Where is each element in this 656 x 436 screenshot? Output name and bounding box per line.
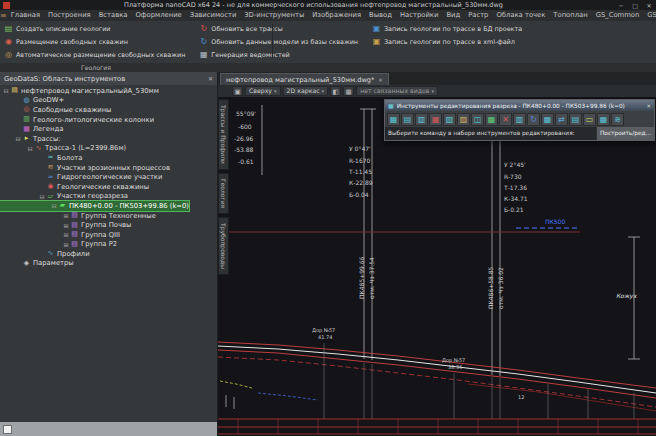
tool-window-close-icon[interactable]: ✕ xyxy=(646,103,651,109)
edit-tool-icon[interactable]: ▦ xyxy=(541,113,554,126)
viewport-views-icon[interactable]: ▦ xyxy=(343,86,354,96)
document-tab[interactable]: нефтепровод магистральный_530мм.dwg* ✕ xyxy=(220,73,389,85)
tree-item[interactable]: ⊞ ▧ Группа Техногенные xyxy=(0,211,217,221)
tree-item[interactable]: ⊟ ▰ ПК480+0.00 - ПК503+99.86 (k=0) xyxy=(0,201,189,211)
tree-item[interactable]: ≈ Гидрогеологические участки xyxy=(0,172,217,182)
ribbon-button-label: Запись геологии по трассе в xml-файл xyxy=(384,38,515,46)
edit-tool-icon[interactable]: ▦ xyxy=(387,113,400,126)
ribbon-button[interactable]: ↻ Обновить данные модели из базы скважин xyxy=(197,35,360,48)
ribbon-tab[interactable]: Вид xyxy=(442,10,464,21)
ribbon-tab[interactable]: 3D-инструменты xyxy=(240,10,308,21)
ribbon-button-label: Размещение свободных скважин xyxy=(16,38,128,46)
close-button[interactable]: ✕ xyxy=(642,2,656,9)
palette-title: GeoDataS: Область инструментов xyxy=(4,75,208,83)
docked-panel-thumb[interactable] xyxy=(3,425,12,434)
ribbon-button[interactable]: ◎ Автоматическое размещение свободных ск… xyxy=(2,48,187,61)
tree-expander-icon[interactable]: ⊞ xyxy=(62,231,70,238)
tree-expander-icon[interactable]: ⊟ xyxy=(14,135,22,142)
tree-item[interactable]: ◈ Параметры xyxy=(0,259,217,269)
tree-item[interactable]: ≈ Болота xyxy=(0,153,217,163)
ribbon-tab[interactable]: Настройки xyxy=(396,10,442,21)
edit-tool-icon[interactable]: ▦ xyxy=(429,113,442,126)
tree-item[interactable]: ∿ Профили xyxy=(0,249,217,259)
tree-expander-icon[interactable]: ⊞ xyxy=(62,241,70,248)
ribbon-tab[interactable]: Изображения xyxy=(308,10,365,21)
visual-style-dropdown[interactable]: 2D каркас ▾ xyxy=(283,86,329,96)
maximize-button[interactable]: □ xyxy=(628,2,642,9)
ribbon-tab[interactable]: Главная xyxy=(7,10,44,21)
tree-expander-icon[interactable]: ⊟ xyxy=(50,202,58,209)
edit-tool-icon[interactable]: ▥ xyxy=(415,113,428,126)
ribbon-button[interactable]: ◉ Размещение свободных скважин xyxy=(2,35,187,48)
edit-tool-icon[interactable]: ▭ xyxy=(583,113,596,126)
tree-item-label: Геологические скважины xyxy=(55,183,149,191)
palette-tree: ⊟ ▤ нефтепровод магистральныйА_530мм ◍ G… xyxy=(0,85,217,422)
tree-item[interactable]: ⊟ ▱ Участки георазреза xyxy=(0,192,217,202)
ribbon-button[interactable]: ▣ Запись геологии по трассе в БД проекта xyxy=(370,22,524,35)
tree-item[interactable]: ◉ Геологические скважины xyxy=(0,182,217,192)
edit-tool-icon[interactable]: ▦ xyxy=(485,113,498,126)
app-menu-icon[interactable]: ≡ xyxy=(0,10,7,21)
ribbon-tab[interactable]: GS_Common xyxy=(592,10,644,21)
tree-item-icon: ▦ xyxy=(22,125,31,134)
edit-tool-icon[interactable]: ▤ xyxy=(401,113,414,126)
ribbon-tab[interactable]: GS_Trace xyxy=(643,10,656,21)
canvas-annotation: ПК485+99.66 xyxy=(359,257,365,299)
tree-expander-icon[interactable]: ⊟ xyxy=(2,87,10,94)
tree-item[interactable]: ⊟ ▤ нефтепровод магистральныйА_530мм xyxy=(0,86,217,96)
edit-tool-icon[interactable]: ▧ xyxy=(443,113,456,126)
document-tab-close-icon[interactable]: ✕ xyxy=(378,77,383,83)
ribbon-tab[interactable]: Вставка xyxy=(95,10,132,21)
ribbon-button[interactable]: ▤ Создать описание геологии xyxy=(2,22,187,35)
viewport-section-icon[interactable]: ◧ xyxy=(330,86,341,96)
tree-item[interactable]: ▥ Геолого-литологические колонки xyxy=(0,115,217,125)
minimize-button[interactable]: ─ xyxy=(614,2,628,9)
edit-tool-icon[interactable]: ▥ xyxy=(513,113,526,126)
tree-item[interactable]: ⊟ ▸ Трассы: xyxy=(0,134,217,144)
ribbon-tab[interactable]: Вывод xyxy=(365,10,396,21)
tree-item[interactable]: ⊟ ∿ Трасса-1 (L=2399.86м) xyxy=(0,144,217,154)
docked-tab[interactable]: Геология xyxy=(218,173,229,214)
edit-tool-icon[interactable]: ⇄ xyxy=(555,113,568,126)
palette-close-icon[interactable]: ✕ xyxy=(208,75,213,82)
docked-tab[interactable]: Трассы и Профили xyxy=(218,99,229,170)
edit-tool-icon[interactable]: ▨ xyxy=(457,113,470,126)
tree-expander-icon[interactable]: ⊞ xyxy=(62,212,70,219)
tree-item[interactable]: ≋ Участки эрозионных процессов xyxy=(0,163,217,173)
tree-item[interactable]: ⊞ ▧ Группа P2 xyxy=(0,240,217,250)
ribbon-button[interactable]: ▣ Запись геологии по трассе в xml-файл xyxy=(370,35,524,48)
tree-item[interactable]: ⊞ ▧ Группа QIII xyxy=(0,230,217,240)
edit-tool-icon[interactable]: ✕ xyxy=(499,113,512,126)
work-area: нефтепровод магистральный_530мм.dwg* ✕ ▣… xyxy=(218,72,656,436)
docked-tab[interactable]: Трубопроводы xyxy=(218,217,229,275)
ribbon-button[interactable]: ▦ Генерация ведомостей xyxy=(197,48,360,61)
tree-expander-icon[interactable]: ⊞ xyxy=(62,222,70,229)
tree-item[interactable]: ◎ Свободные скважины xyxy=(0,105,217,115)
drawing-canvas[interactable]: Трассы и Профили Геология Трубопроводы 5… xyxy=(218,97,656,436)
tree-item[interactable]: ◍ GeoDW+ xyxy=(0,96,217,106)
viewport-grid-icon[interactable]: ▣ xyxy=(232,86,243,96)
ribbon-tab[interactable]: Растр xyxy=(464,10,492,21)
edit-tool-icon[interactable]: ▦ xyxy=(597,113,610,126)
canvas-annotation: 41.74 xyxy=(318,335,332,340)
edit-tool-icon[interactable]: ≋ xyxy=(611,113,624,126)
tree-expander-icon[interactable]: ⊟ xyxy=(38,193,46,200)
ribbon-tab[interactable]: Топоплан xyxy=(549,10,591,21)
view-direction-dropdown[interactable]: Сверху ▾ xyxy=(245,86,281,96)
ribbon-tab[interactable]: Облака точек xyxy=(492,10,549,21)
ribbon-tab[interactable]: Зависимости xyxy=(186,10,241,21)
ribbon-button[interactable]: ↻ Обновить все трассы xyxy=(197,22,360,35)
edit-tool-icon[interactable]: ↻ xyxy=(527,113,540,126)
edit-tool-icon[interactable]: ◫ xyxy=(471,113,484,126)
edit-tool-icon[interactable]: ▤ xyxy=(569,113,582,126)
canvas-annotation: отм. Чз 36.02 xyxy=(498,267,504,309)
ribbon-tab[interactable]: Оформление xyxy=(131,10,185,21)
tree-item[interactable]: ▦ Легенда xyxy=(0,124,217,134)
tool-window-titlebar[interactable]: ▦ Инструменты редактирования разреза - П… xyxy=(385,100,654,111)
tree-item[interactable]: ⊞ ▧ Группа Почвы xyxy=(0,220,217,230)
ribbon-tab[interactable]: Построения xyxy=(44,10,95,21)
linked-views-dropdown[interactable]: нет связанных видов ▾ xyxy=(356,86,438,96)
tree-item-icon: ▰ xyxy=(58,201,67,210)
tree-expander-icon[interactable]: ⊟ xyxy=(26,145,34,152)
tool-window-action-button[interactable]: Построить/ред... xyxy=(596,127,654,140)
